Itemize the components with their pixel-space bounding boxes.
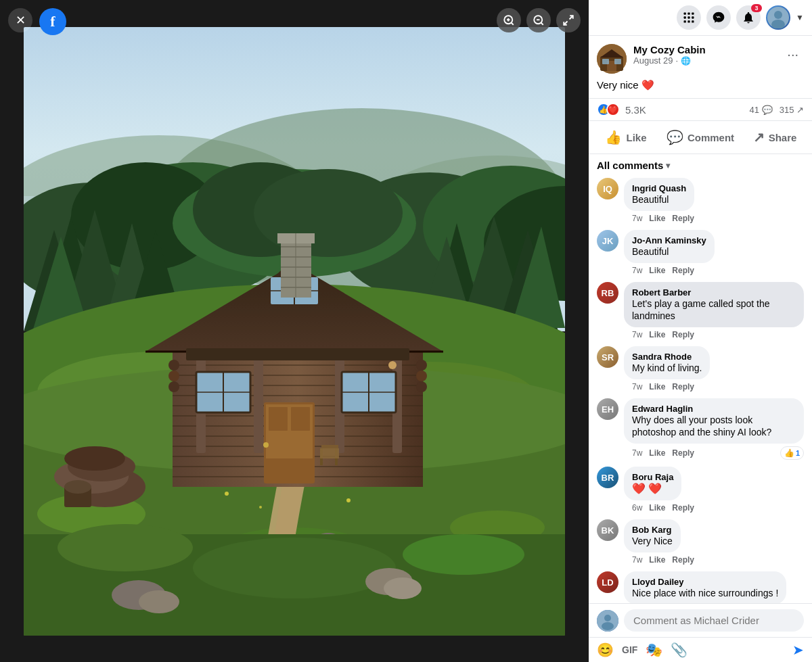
comment-body: Bob Karg Very Nice 7w Like Reply — [624, 519, 804, 565]
sticker-button[interactable]: 🎭 — [646, 642, 662, 658]
comment-bubble: Edward Haglin Why does all your posts lo… — [624, 398, 804, 444]
svg-point-51 — [64, 446, 125, 471]
svg-rect-125 — [684, 16, 686, 18]
right-panel: 3 ▼ My Cozy Cabin August 2 — [589, 0, 812, 662]
share-button[interactable]: ↗ Share — [738, 124, 812, 151]
reply-comment-button[interactable]: Reply — [672, 266, 694, 275]
like-button[interactable]: 👍 Like — [589, 124, 663, 151]
commenter-name: Sandra Rhode — [632, 352, 702, 362]
comment-text: Let's play a game called spot the landmi… — [632, 298, 769, 321]
notifications-button[interactable]: 3 — [736, 5, 761, 30]
apps-button[interactable] — [677, 5, 701, 30]
svg-point-109 — [416, 371, 427, 381]
like-comment-button[interactable]: Like — [649, 266, 665, 275]
current-user-avatar — [597, 610, 618, 632]
post-header: My Cozy Cabin August 29 · 🌐 ··· — [589, 36, 812, 79]
comment-actions: 6w Like Reply — [624, 503, 804, 513]
reply-comment-button[interactable]: Reply — [672, 555, 694, 565]
svg-rect-128 — [684, 20, 686, 22]
commenter-avatar: BR — [597, 467, 618, 488]
svg-point-91 — [263, 442, 269, 448]
comment-button[interactable]: 💬 Comment — [663, 124, 738, 151]
messenger-button[interactable] — [706, 5, 731, 30]
zoom-out-button[interactable] — [526, 8, 551, 32]
reactions-row: 👍 ❤️ 5.3K 41 💬 315 ↗ — [589, 98, 812, 121]
svg-point-141 — [604, 615, 611, 621]
svg-point-119 — [225, 492, 229, 496]
attachment-button[interactable]: 📎 — [671, 642, 687, 658]
image-controls — [497, 8, 581, 32]
zoom-in-button[interactable] — [497, 8, 521, 32]
fb-letter: f — [50, 13, 55, 30]
svg-point-120 — [346, 498, 351, 502]
reply-comment-button[interactable]: Reply — [672, 214, 694, 223]
comment-item: RB Robert Barber Let's play a game calle… — [597, 282, 804, 339]
expand-button[interactable] — [556, 8, 581, 32]
like-comment-button[interactable]: Like — [649, 448, 665, 458]
comment-actions: 7w Like Reply — [624, 555, 804, 565]
comment-time: 7w — [632, 555, 642, 565]
comment-icon: 💬 — [667, 129, 683, 145]
comment-item: LD Lloyd Dailey Nice place with nice sur… — [597, 571, 804, 603]
page-name[interactable]: My Cozy Cabin — [633, 44, 775, 55]
comment-bubble: Sandra Rhode My kind of living. — [624, 346, 710, 379]
account-dropdown-chevron[interactable]: ▼ — [796, 13, 804, 22]
commenter-name: Lloyd Dailey — [632, 577, 778, 587]
like-comment-button[interactable]: Like — [649, 382, 665, 392]
navigation-bar: 3 ▼ — [589, 0, 812, 36]
emoji-button[interactable]: 😊 — [597, 642, 614, 658]
comment-input[interactable] — [624, 609, 804, 632]
like-comment-button[interactable]: Like — [649, 330, 665, 339]
send-button[interactable]: ➤ — [792, 642, 804, 658]
svg-point-142 — [602, 622, 614, 630]
svg-rect-103 — [320, 448, 339, 458]
heart-reaction-icon: ❤️ — [606, 103, 620, 116]
post-date: August 29 — [633, 55, 673, 66]
like-comment-button[interactable]: Like — [649, 503, 665, 513]
user-avatar-nav[interactable] — [766, 5, 790, 30]
caption-text: Very nice — [597, 79, 639, 91]
comment-body: Boru Raja ❤️ ❤️ 6w Like Reply — [624, 467, 804, 513]
comment-body: Ingrid Quash Beautiful 7w Like Reply — [624, 178, 804, 223]
comment-text: ❤️ ❤️ — [632, 483, 662, 494]
facebook-logo[interactable]: f — [39, 8, 66, 35]
post-menu-button[interactable]: ··· — [782, 44, 804, 65]
like-comment-button[interactable]: Like — [649, 555, 665, 565]
comment-body: Robert Barber Let's play a game called s… — [624, 282, 804, 339]
gif-button[interactable]: GIF — [622, 644, 637, 655]
comments-dropdown-arrow: ▾ — [666, 161, 670, 170]
reply-comment-button[interactable]: Reply — [672, 382, 694, 392]
reply-comment-button[interactable]: Reply — [672, 503, 694, 513]
comment-body: Sandra Rhode My kind of living. 7w Like … — [624, 346, 804, 392]
reply-comment-button[interactable]: Reply — [672, 448, 694, 458]
commenter-avatar: LD — [597, 571, 618, 593]
comment-actions: 7w Like Reply — [624, 330, 804, 339]
comment-text: Beautiful — [632, 194, 669, 205]
svg-point-112 — [58, 524, 193, 571]
comment-body: Jo-Ann Kaminsky Beautiful 7w Like Reply — [624, 230, 804, 275]
reactions-right: 41 💬 315 ↗ — [750, 105, 804, 115]
page-avatar[interactable] — [597, 44, 627, 74]
like-comment-button[interactable]: Like — [649, 214, 665, 223]
comments-count: 41 💬 — [750, 105, 773, 115]
emoji-toolbar: 😊 GIF 🎭 📎 ➤ — [589, 637, 812, 662]
close-button[interactable]: ✕ — [8, 8, 32, 32]
svg-point-113 — [403, 534, 524, 575]
comment-like-reaction: 👍 1 — [780, 446, 804, 460]
svg-point-105 — [168, 360, 179, 371]
commenter-name: Edward Haglin — [632, 404, 796, 414]
reply-comment-button[interactable]: Reply — [672, 330, 694, 339]
svg-line-5 — [541, 22, 543, 24]
comment-time: 7w — [632, 266, 642, 275]
comment-item: EH Edward Haglin Why does all your posts… — [597, 398, 804, 460]
commenter-name: Bob Karg — [632, 525, 673, 535]
svg-point-22 — [254, 169, 403, 257]
svg-point-116 — [384, 577, 422, 599]
all-comments-header[interactable]: All comments ▾ — [597, 160, 804, 171]
all-comments-label: All comments — [597, 160, 663, 171]
post-meta: August 29 · 🌐 — [633, 55, 775, 66]
svg-point-104 — [388, 361, 397, 369]
svg-rect-129 — [687, 20, 690, 22]
comment-item: JK Jo-Ann Kaminsky Beautiful 7w Like Rep… — [597, 230, 804, 275]
comment-actions: 7w Like Reply — [624, 266, 804, 275]
